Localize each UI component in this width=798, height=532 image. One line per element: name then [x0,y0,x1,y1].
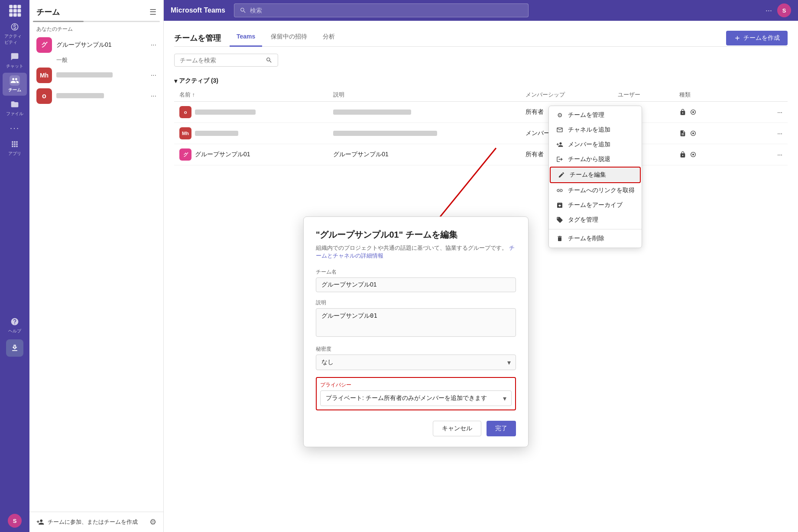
sidebar-item-help[interactable]: ヘルプ [3,314,27,337]
team-item-3[interactable]: o ··· [29,86,163,106]
privacy-select-wrapper: プライベート: チーム所有者のみがメンバーを追加できます [320,390,512,406]
row1-actions[interactable]: ··· [756,109,782,116]
app-title: Microsoft Teams [171,6,229,14]
sidebar-item-activity[interactable]: アクティビティ [3,19,27,48]
context-get-link[interactable]: チームへのリンクを取得 [549,183,642,198]
team-name-label: チーム名 [316,268,516,276]
top-user-avatar[interactable]: S [777,3,791,17]
edit-icon [558,171,565,179]
row1-name: o [179,106,333,118]
context-edit-team[interactable]: チームを編集 [550,167,641,183]
manage-tabs: チームを管理 Teams 保留中の招待 分析 チ [174,29,788,47]
sidebar-item-files[interactable]: ファイル [3,97,27,119]
team-item-2[interactable]: Mh ··· [29,65,163,86]
context-add-channel[interactable]: チャネルを追加 [549,123,642,137]
team-avatar-2: Mh [36,68,52,83]
cancel-button[interactable]: キャンセル [433,421,481,436]
team-more-3[interactable]: ··· [151,92,156,100]
col-membership: メンバーシップ [526,91,618,99]
table-row[interactable]: グ グループサンプル01 グループサンプル01 所有者 2 [174,144,788,165]
row2-type [679,130,756,137]
chat-label: チャット [6,63,23,69]
context-manage-tags[interactable]: タグを管理 [549,213,642,227]
row2-desc [333,131,526,136]
privacy-label: プライバシー [320,381,512,389]
dialog-footer: キャンセル 完了 [316,421,516,436]
privacy-class-select[interactable]: なし [316,355,516,370]
row2-actions[interactable]: ··· [756,130,782,137]
trash-icon [556,235,564,242]
team-search-bar[interactable] [174,54,278,67]
row1-desc [333,110,526,115]
dialog-title: "グループサンプル01" チームを編集 [316,229,516,241]
row1-type [679,109,756,116]
teams-sidebar: チーム ☰ あなたのチーム グ グループサンプル01 ··· 一般 Mh ··· [29,0,164,532]
col-type: 種類 [679,91,756,99]
tab-analytics[interactable]: 分析 [316,29,342,47]
done-button[interactable]: 完了 [487,421,516,436]
active-section-header: ▾ アクティブ (3) [174,74,788,88]
user-avatar[interactable]: S [8,514,22,528]
create-team-button[interactable]: チームを作成 [726,31,788,45]
sidebar-item-teams[interactable]: チーム [3,73,27,96]
team-sub-group01: 一般 [29,55,163,65]
team-name-group01: グループサンプル01 [56,41,146,49]
waffle-icon[interactable] [8,3,22,17]
svg-point-14 [692,154,694,155]
team-name-3 [56,93,146,100]
manage-tab-title: チームを管理 [174,29,228,47]
desc-group: 説明 グループサンプル01 [316,299,516,339]
svg-rect-5 [17,9,21,13]
sidebar-item-chat[interactable]: チャット [3,49,27,72]
team-search-input[interactable] [180,57,262,64]
your-teams-label: あなたのチーム [29,22,163,35]
settings-icon[interactable]: ⚙ [149,517,156,527]
table-row[interactable]: Mh メンバー 138 ··· [174,123,788,144]
desc-input[interactable]: グループサンプル01 [316,308,516,337]
download-button[interactable] [6,339,23,357]
privacy-select[interactable]: プライベート: チーム所有者のみがメンバーを追加できます [320,390,512,406]
teams-label: チーム [8,87,21,93]
add-channel-icon [556,126,564,134]
row3-name: グ グループサンプル01 [179,148,333,161]
help-label: ヘルプ [8,328,21,334]
row3-actions[interactable]: ··· [756,151,782,158]
files-label: ファイル [6,111,23,117]
join-create-team[interactable]: チームに参加、またはチームを作成 [36,518,138,526]
settings-gear-icon: ⚙ [556,111,564,119]
svg-rect-0 [9,5,13,8]
svg-rect-1 [13,5,17,8]
context-menu: ⚙ チームを管理 チャネルを追加 メンバーを追加 チームから脱退 チームを編集 … [548,106,642,248]
team-more-group01[interactable]: ··· [151,41,156,49]
privacy-class-label: 秘密度 [316,345,516,353]
context-leave-team[interactable]: チームから脱退 [549,152,642,167]
sidebar-item-apps[interactable]: アプリ [3,136,27,159]
context-delete-team[interactable]: チームを削除 [549,231,642,246]
table-row[interactable]: o 所有者 2 ··· [174,102,788,123]
tab-pending[interactable]: 保留中の招待 [264,29,314,47]
desc-label: 説明 [316,299,516,306]
privacy-class-group: 秘密度 なし [316,345,516,370]
search-box[interactable] [234,3,529,17]
context-archive-team[interactable]: チームをアーカイブ [549,198,642,213]
tabs-left: チームを管理 Teams 保留中の招待 分析 [174,29,342,46]
team-more-2[interactable]: ··· [151,71,156,79]
link-icon [556,187,564,194]
privacy-group: プライバシー プライベート: チーム所有者のみがメンバーを追加できます [316,377,516,410]
search-input[interactable] [250,7,523,14]
col-name[interactable]: 名前 ↑ [179,91,333,99]
sidebar-header: チーム ☰ [29,0,163,21]
team-name-input[interactable] [316,277,516,292]
team-item-group01[interactable]: グ グループサンプル01 ··· 一般 [29,35,163,65]
context-manage-team[interactable]: ⚙ チームを管理 [549,108,642,123]
more-options-icon[interactable]: ··· [766,6,772,15]
team-avatar-3: o [36,88,52,104]
row3-type [679,151,756,158]
sidebar-title: チーム [36,7,60,17]
context-add-member[interactable]: メンバーを追加 [549,137,642,152]
sidebar-menu-icon[interactable]: ☰ [149,7,156,17]
col-headers: 名前 ↑ 説明 メンバーシップ ユーザー 種類 [174,88,788,102]
sidebar-item-more[interactable]: ··· [3,120,27,135]
tab-teams[interactable]: Teams [230,29,262,47]
svg-point-12 [692,132,694,134]
